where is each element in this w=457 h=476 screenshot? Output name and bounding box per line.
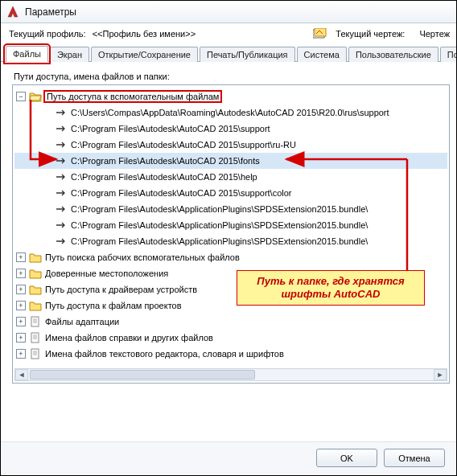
svg-rect-1 <box>315 28 326 36</box>
no-expand-icon <box>42 204 51 214</box>
tree-container: − Путь доступа к вспомогательным файлам … <box>12 84 450 384</box>
tree-path-label: C:\Program Files\Autodesk\ApplicationPlu… <box>71 204 368 214</box>
tree-folder-label: Доверенные местоположения <box>45 269 168 278</box>
no-expand-icon <box>42 140 51 150</box>
path-arrow-icon <box>55 155 68 166</box>
tree-path-label: C:\Program Files\Autodesk\AutoCAD 2015\s… <box>71 124 270 133</box>
path-arrow-icon <box>55 203 68 215</box>
document-icon <box>29 348 42 359</box>
folder-icon <box>29 284 42 295</box>
collapse-icon[interactable]: − <box>16 92 26 101</box>
tree-path-label: C:\Program Files\Autodesk\AutoCAD 2015\s… <box>71 140 296 150</box>
tree-path-label: C:\Program Files\Autodesk\ApplicationPlu… <box>71 220 368 230</box>
tab-user[interactable]: Пользовательские <box>348 47 438 62</box>
tree-folder-row[interactable]: +Имена файлов справки и других файлов <box>14 330 447 346</box>
no-expand-icon <box>42 108 51 117</box>
section-label: Пути доступа, имена файлов и папки: <box>14 72 450 81</box>
tree-path-row[interactable]: C:\Program Files\Autodesk\ApplicationPlu… <box>14 201 447 217</box>
tree-folder-row[interactable]: +Имена файлов текстового редактора, слов… <box>14 346 447 362</box>
drawing-value: Чертеж <box>419 29 450 39</box>
callout-note: Путь к папке, где хранятся шрифты AutoCA… <box>237 270 425 306</box>
svg-rect-2 <box>31 317 39 326</box>
path-arrow-icon <box>55 107 68 118</box>
folder-icon <box>29 252 42 263</box>
tree-folder-label: Файлы адаптации <box>45 317 119 326</box>
profile-value: <<Профиль без имени>> <box>93 29 196 39</box>
svg-rect-3 <box>31 333 39 343</box>
scroll-left-button[interactable]: ◄ <box>15 369 28 380</box>
tree-folder-row[interactable]: +Файлы адаптации <box>14 314 447 330</box>
tab-files[interactable]: Файлы <box>6 46 48 62</box>
tree-folder-label: Путь доступа к драйверам устройств <box>45 285 197 294</box>
cancel-button[interactable]: Отмена <box>384 449 445 467</box>
no-expand-icon <box>42 172 51 182</box>
no-expand-icon <box>42 124 51 133</box>
path-arrow-icon <box>55 139 68 150</box>
tree-folder-label: Имена файлов текстового редактора, слова… <box>45 349 284 359</box>
tree-path-row[interactable]: C:\Program Files\Autodesk\AutoCAD 2015\h… <box>14 169 447 185</box>
tree-folder-label: Путь доступа к файлам проектов <box>45 301 182 310</box>
tree-path-row[interactable]: C:\Users\Compas\AppData\Roaming\Autodesk… <box>14 105 447 121</box>
tree-path-row[interactable]: C:\Program Files\Autodesk\ApplicationPlu… <box>14 233 447 249</box>
document-icon <box>29 316 42 327</box>
tree-path-label: C:\Program Files\Autodesk\ApplicationPlu… <box>71 236 368 246</box>
tree-path-row[interactable]: C:\Program Files\Autodesk\AutoCAD 2015\f… <box>14 153 447 169</box>
content-area: Пути доступа, имена файлов и папки: − Пу… <box>1 62 456 441</box>
tree-path-label: C:\Program Files\Autodesk\AutoCAD 2015\s… <box>71 188 292 198</box>
profile-label: Текущий профиль: <box>9 29 86 39</box>
path-arrow-icon <box>55 187 68 199</box>
window-title: Параметры <box>25 6 76 18</box>
tree-path-row[interactable]: C:\Program Files\Autodesk\AutoCAD 2015\s… <box>14 121 447 137</box>
options-window: Параметры Текущий профиль: <<Профиль без… <box>1 1 456 475</box>
tab-system[interactable]: Система <box>297 47 347 62</box>
scroll-right-button[interactable]: ► <box>434 369 447 380</box>
no-expand-icon <box>42 236 51 246</box>
expand-icon[interactable]: + <box>16 349 26 359</box>
scroll-track[interactable] <box>28 369 434 380</box>
expand-icon[interactable]: + <box>16 269 26 278</box>
tree-folder-row[interactable]: +Путь поиска рабочих вспомогательных фай… <box>14 249 447 265</box>
drawing-label: Текущий чертеж: <box>336 29 405 39</box>
no-expand-icon <box>42 220 51 230</box>
tree-path-row[interactable]: C:\Program Files\Autodesk\AutoCAD 2015\s… <box>14 137 447 153</box>
tree-folder-label: Путь поиска рабочих вспомогательных файл… <box>45 252 240 262</box>
tree-root-row[interactable]: − Путь доступа к вспомогательным файлам <box>14 88 447 105</box>
tab-strip: Файлы Экран Открытие/Сохранение Печать/П… <box>1 43 456 62</box>
path-arrow-icon <box>55 123 68 134</box>
folder-icon <box>29 268 42 279</box>
expand-icon[interactable]: + <box>16 317 26 326</box>
folder-icon <box>29 300 42 311</box>
tab-open-save[interactable]: Открытие/Сохранение <box>91 47 198 62</box>
path-arrow-icon <box>55 236 68 247</box>
tab-display[interactable]: Экран <box>50 47 89 62</box>
dialog-buttons: OK Отмена <box>1 441 456 475</box>
titlebar: Параметры <box>1 1 456 23</box>
drawing-icon <box>313 28 327 39</box>
svg-rect-4 <box>31 349 39 359</box>
tree-path-label: C:\Program Files\Autodesk\AutoCAD 2015\f… <box>71 156 260 166</box>
folder-open-icon <box>29 91 42 102</box>
expand-icon[interactable]: + <box>16 252 26 262</box>
document-icon <box>29 332 42 343</box>
tree-path-row[interactable]: C:\Program Files\Autodesk\AutoCAD 2015\s… <box>14 185 447 201</box>
ok-button[interactable]: OK <box>316 449 377 467</box>
tab-draft[interactable]: Построе <box>440 47 457 62</box>
tree-path-label: C:\Users\Compas\AppData\Roaming\Autodesk… <box>71 108 389 117</box>
tree-folder-label: Имена файлов справки и других файлов <box>45 333 213 343</box>
path-arrow-icon <box>55 220 68 231</box>
expand-icon[interactable]: + <box>16 333 26 343</box>
tree: − Путь доступа к вспомогательным файлам … <box>13 85 449 365</box>
tree-path-label: C:\Program Files\Autodesk\AutoCAD 2015\h… <box>71 172 257 182</box>
tree-path-row[interactable]: C:\Program Files\Autodesk\ApplicationPlu… <box>14 217 447 233</box>
app-icon <box>6 5 20 19</box>
tab-plot[interactable]: Печать/Публикация <box>200 47 295 62</box>
horizontal-scrollbar[interactable]: ◄ ► <box>14 368 447 381</box>
expand-icon[interactable]: + <box>16 301 26 310</box>
no-expand-icon <box>42 188 51 198</box>
profile-row: Текущий профиль: <<Профиль без имени>> Т… <box>1 23 456 43</box>
no-expand-icon <box>42 156 51 166</box>
expand-icon[interactable]: + <box>16 285 26 294</box>
scroll-thumb[interactable] <box>30 370 255 380</box>
tree-root-label: Путь доступа к вспомогательным файлам <box>45 92 220 101</box>
path-arrow-icon <box>55 171 68 183</box>
